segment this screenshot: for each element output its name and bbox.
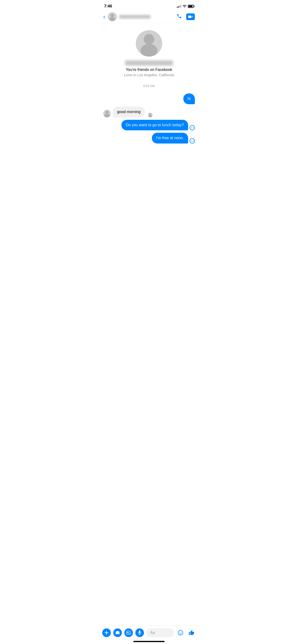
status-icons xyxy=(177,5,194,8)
back-button[interactable]: ‹ xyxy=(103,14,105,20)
message-sent-lunch: Do you want to go to lunch today? ✓✓ xyxy=(103,120,195,130)
svg-point-0 xyxy=(111,14,114,17)
svg-point-1 xyxy=(110,17,115,21)
sender-avatar xyxy=(103,110,111,118)
video-call-button[interactable] xyxy=(186,14,195,20)
message-bubble: Do you want to go to lunch today? xyxy=(121,120,188,130)
message-received-goodmorning: good morning xyxy=(103,106,195,118)
battery-icon xyxy=(188,5,194,8)
profile-section: You're friends on Facebook Lives in Los … xyxy=(99,23,199,82)
svg-point-5 xyxy=(104,114,110,118)
messages-area: hi good morning Do you want to go to lun… xyxy=(99,92,199,146)
message-bubble: hi xyxy=(183,94,195,104)
svg-point-3 xyxy=(140,44,158,56)
message-sent-noon: I'm free at noon. ✓✓ xyxy=(103,133,195,144)
contact-location: Lives in Los Angeles, California xyxy=(124,73,174,77)
read-receipt-icon: ✓✓ xyxy=(190,138,195,144)
friends-status: You're friends on Facebook xyxy=(126,68,172,72)
status-bar: 7:46 xyxy=(99,0,199,10)
svg-point-4 xyxy=(105,111,109,114)
message-sent-hi: hi xyxy=(103,94,195,104)
contact-avatar-large xyxy=(136,30,162,56)
status-time: 7:46 xyxy=(104,4,112,8)
contact-name-blur xyxy=(119,15,151,19)
svg-point-6 xyxy=(149,113,151,115)
message-timestamp: 6:52 AM xyxy=(99,84,199,88)
nav-bar: ‹ xyxy=(99,10,199,23)
signal-bars-icon xyxy=(177,5,181,8)
svg-point-7 xyxy=(148,115,152,118)
contact-avatar-small[interactable] xyxy=(108,12,117,21)
contact-name xyxy=(119,15,177,19)
contact-name-large-blur xyxy=(125,60,173,66)
message-seen-avatar xyxy=(148,112,153,118)
call-button[interactable] xyxy=(177,14,182,20)
message-bubble: I'm free at noon. xyxy=(152,133,188,144)
wifi-icon xyxy=(183,5,186,8)
message-bubble: good morning xyxy=(113,106,145,118)
nav-actions xyxy=(177,14,195,20)
read-receipt-icon: ✓✓ xyxy=(190,125,195,130)
svg-point-2 xyxy=(144,34,154,44)
